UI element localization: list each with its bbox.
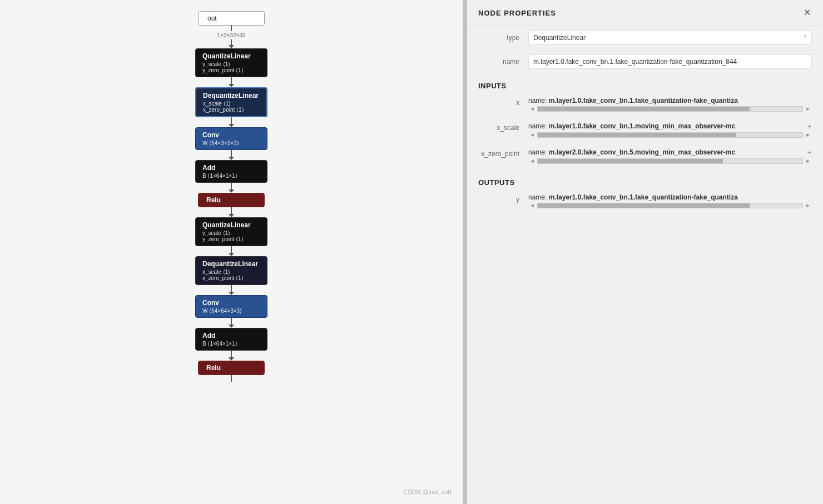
input-xzeropoint-scrollbar[interactable]: ◄ ► <box>528 158 812 164</box>
output-y-content: name: m.layer1.0.fake_conv_bn.1.fake_qua… <box>528 193 812 212</box>
properties-title: NODE PROPERTIES <box>478 9 556 17</box>
xscale-plus-btn[interactable]: + <box>807 122 812 131</box>
node-conv1[interactable]: Conv W ⟨64×3×3×3⟩ <box>195 127 267 150</box>
scroll-left-arrow-2[interactable]: ◄ <box>528 132 536 138</box>
node-conv2-container: Conv W ⟨64×64×3×3⟩ <box>195 295 267 328</box>
input-xscale-name: name: m.layer1.0.fake_conv_bn.1.moving_m… <box>528 122 812 131</box>
input-xscale-scrollbar[interactable]: ◄ ► <box>528 132 812 138</box>
scroll-left-arrow-3[interactable]: ◄ <box>528 158 536 164</box>
node-relu1[interactable]: Relu <box>198 193 265 207</box>
scroll-thumb-2 <box>538 133 736 137</box>
name-row: name m.layer1.0.fake_conv_bn.1.fake_quan… <box>467 50 823 74</box>
connector <box>231 26 232 31</box>
type-value-box: DequantizeLinear ? <box>528 31 812 45</box>
input-xzeropoint-name: name: m.layer2.0.fake_conv_bn.5.moving_m… <box>528 148 812 157</box>
outputs-section-header: OUTPUTS <box>467 171 823 190</box>
input-xzeropoint-label: x_zero_point <box>478 148 528 158</box>
connector-label-0: 1×3×32×32 <box>217 32 246 38</box>
scroll-track-2[interactable] <box>537 132 803 138</box>
input-xzeropoint-row: x_zero_point name: m.layer2.0.fake_conv_… <box>467 144 823 171</box>
node-conv2[interactable]: Conv W ⟨64×64×3×3⟩ <box>195 295 267 318</box>
connector <box>231 39 232 45</box>
node-out[interactable]: out <box>198 11 265 26</box>
scroll-thumb <box>538 107 750 111</box>
node-relu2[interactable]: Relu <box>198 361 265 375</box>
output-y-name: name: m.layer1.0.fake_conv_bn.1.fake_qua… <box>528 193 812 201</box>
node-conv1-container: Conv W ⟨64×3×3×3⟩ <box>195 127 267 160</box>
connector <box>231 117 232 124</box>
connector <box>231 183 232 189</box>
node-add2[interactable]: Add B ⟨1×64×1×1⟩ <box>195 328 267 351</box>
node-quantize2[interactable]: QuantizeLinear y_scale ⟨1⟩ y_zero_point … <box>195 217 267 246</box>
input-x-scrollbar[interactable]: ◄ ► <box>528 106 812 112</box>
graph-canvas: out 1×3×32×32 QuantizeLinear y_scale ⟨1⟩… <box>0 0 463 504</box>
help-icon[interactable]: ? <box>803 34 807 42</box>
close-button[interactable]: ✕ <box>802 8 812 18</box>
scroll-right-arrow[interactable]: ► <box>804 106 812 112</box>
type-label: type <box>478 31 528 42</box>
output-y-label: y <box>478 193 528 203</box>
name-value-box: m.layer1.0.fake_conv_bn.1.fake_quantizat… <box>528 54 812 69</box>
node-add1[interactable]: Add B ⟨1×64×1×1⟩ <box>195 160 267 183</box>
input-x-content: name: m.layer1.0.fake_conv_bn.1.fake_qua… <box>528 97 812 115</box>
input-xscale-row: x_scale name: m.layer1.0.fake_conv_bn.1.… <box>467 118 823 144</box>
node-out-container: out 1×3×32×32 <box>198 11 265 48</box>
graph-area: out 1×3×32×32 QuantizeLinear y_scale ⟨1⟩… <box>0 11 463 382</box>
input-xscale-content: name: m.layer1.0.fake_conv_bn.1.moving_m… <box>528 122 812 141</box>
connector <box>231 351 232 357</box>
scroll-left-arrow[interactable]: ◄ <box>528 106 536 112</box>
connector <box>231 77 232 84</box>
node-relu1-container: Relu <box>198 193 265 217</box>
input-xscale-label: x_scale <box>478 122 528 132</box>
panel-separator[interactable] <box>463 0 467 504</box>
input-x-row: x name: m.layer1.0.fake_conv_bn.1.fake_q… <box>467 93 823 118</box>
scroll-right-arrow-4[interactable]: ► <box>804 202 812 208</box>
scroll-left-arrow-4[interactable]: ◄ <box>528 202 536 208</box>
node-add1-container: Add B ⟨1×64×1×1⟩ <box>195 160 267 193</box>
node-quantize1[interactable]: QuantizeLinear y_scale ⟨1⟩ y_zero_point … <box>195 48 267 77</box>
scroll-track[interactable] <box>537 106 803 112</box>
connector <box>231 318 232 325</box>
properties-panel: NODE PROPERTIES ✕ type DequantizeLinear … <box>467 0 823 504</box>
scroll-thumb-3 <box>538 159 723 163</box>
input-xzeropoint-content: name: m.layer2.0.fake_conv_bn.5.moving_m… <box>528 148 812 167</box>
scroll-right-arrow-2[interactable]: ► <box>804 132 812 138</box>
node-quantize2-container: QuantizeLinear y_scale ⟨1⟩ y_zero_point … <box>195 217 267 256</box>
output-y-scrollbar[interactable]: ◄ ► <box>528 202 812 208</box>
output-y-row: y name: m.layer1.0.fake_conv_bn.1.fake_q… <box>467 190 823 215</box>
connector <box>231 375 232 382</box>
connector <box>231 285 232 292</box>
scroll-thumb-4 <box>538 203 750 208</box>
connector <box>231 150 232 157</box>
watermark: CSDN @just_sort <box>403 488 452 495</box>
scroll-right-arrow-3[interactable]: ► <box>804 158 812 164</box>
input-x-name: name: m.layer1.0.fake_conv_bn.1.fake_qua… <box>528 97 812 104</box>
connector <box>231 207 232 214</box>
properties-body: type DequantizeLinear ? name m.layer1.0.… <box>467 26 823 226</box>
name-value: m.layer1.0.fake_conv_bn.1.fake_quantizat… <box>533 58 807 66</box>
inputs-section-header: INPUTS <box>467 74 823 93</box>
node-quantize1-container: QuantizeLinear y_scale ⟨1⟩ y_zero_point … <box>195 48 267 87</box>
node-dequantize1[interactable]: DequantizeLinear x_scale ⟨1⟩ x_zero_poin… <box>195 87 267 117</box>
properties-header: NODE PROPERTIES ✕ <box>467 0 823 26</box>
type-row: type DequantizeLinear ? <box>467 26 823 50</box>
scroll-track-3[interactable] <box>537 158 803 164</box>
scroll-track-4[interactable] <box>537 203 803 208</box>
node-dequantize2[interactable]: DequantizeLinear x_scale ⟨1⟩ x_zero_poin… <box>195 256 267 285</box>
xzeropoint-plus-btn[interactable]: + <box>807 148 812 157</box>
node-dequantize2-container: DequantizeLinear x_scale ⟨1⟩ x_zero_poin… <box>195 256 267 295</box>
input-x-label: x <box>478 97 528 107</box>
node-dequantize1-container: DequantizeLinear x_scale ⟨1⟩ x_zero_poin… <box>195 87 267 127</box>
connector <box>231 246 232 253</box>
node-relu2-container: Relu <box>198 361 265 382</box>
node-add2-container: Add B ⟨1×64×1×1⟩ <box>195 328 267 361</box>
name-label: name <box>478 54 528 66</box>
type-value: DequantizeLinear <box>533 34 800 42</box>
